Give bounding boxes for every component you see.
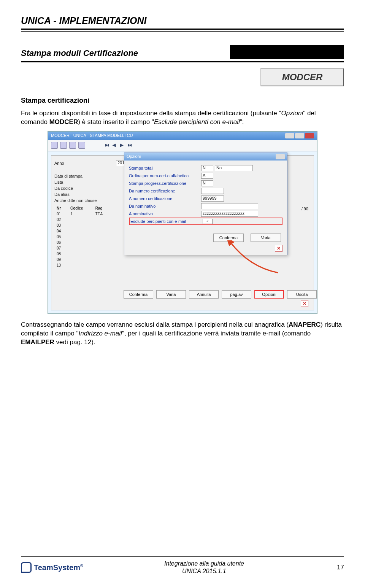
row-da-nominativo: Da nominativo xyxy=(129,202,282,210)
paragraph-1: Fra le opzioni disponibili in fase di im… xyxy=(21,109,344,127)
pagav-button[interactable]: pag.av xyxy=(222,290,251,299)
page-footer: TeamSystem® Integrazione alla guida uten… xyxy=(21,556,344,575)
label-anche-ditte: Anche ditte non chiuse xyxy=(54,198,97,203)
grid-row[interactable]: 04 xyxy=(54,229,110,234)
close-icon[interactable] xyxy=(305,133,314,138)
result-grid: Nr Codice Rag 011TEA 02 03 04 05 06 07 0… xyxy=(54,205,111,269)
checkbox-esclude-email[interactable]: < xyxy=(203,219,213,224)
row-a-numero: A numero certificazione 999999 xyxy=(129,195,282,202)
field-stampa-totali[interactable]: N xyxy=(201,165,213,171)
minimize-icon[interactable] xyxy=(285,133,294,138)
dialog-close-icon[interactable]: ✕ xyxy=(275,245,282,252)
command-box-row: MODCER xyxy=(21,68,344,86)
pager-label: / 90 xyxy=(302,207,308,211)
dialog-varia-button[interactable]: Varia xyxy=(251,234,281,242)
text-italic: Indirizzo e-mail xyxy=(79,330,122,337)
annulla-button[interactable]: Annulla xyxy=(189,290,219,299)
dialog-title: Opzioni xyxy=(127,154,141,159)
print-icon[interactable] xyxy=(60,142,67,149)
rule xyxy=(21,91,344,91)
opzioni-button[interactable]: Opzioni xyxy=(254,290,284,299)
field-a-numero[interactable]: 999999 xyxy=(201,195,224,202)
row-esclude-email: Esclude percipienti con e-mail < xyxy=(129,218,282,225)
text: ) è stato inserito il campo " xyxy=(78,118,154,126)
rule xyxy=(21,31,344,32)
paragraph-2: Contrassegnando tale campo verranno escl… xyxy=(21,321,344,347)
field-a-nominativo[interactable]: zzzzzzzzzzzzzzzzzzzz xyxy=(201,211,258,217)
toolbar-icon[interactable] xyxy=(51,142,58,149)
form-close-icon[interactable]: ✕ xyxy=(301,300,308,307)
dialog-button-bar: Conferma Varia xyxy=(213,234,281,242)
subsection-title: Stampa certificazioni xyxy=(21,97,344,105)
grid-row[interactable]: 02 xyxy=(54,217,110,222)
window-title: MODCER - UNICA - STAMPA MODELLI CU xyxy=(51,133,133,138)
label: A nominativo xyxy=(129,211,201,216)
text: ", per i quali la certificazione verrà i… xyxy=(122,330,311,337)
toolbar-icon[interactable] xyxy=(69,142,76,149)
row-ordina: Ordina per num.cert.o alfabetico A xyxy=(129,172,282,180)
text-bold: MODCER xyxy=(49,118,78,126)
window-controls xyxy=(285,133,314,138)
dialog-conferma-button[interactable]: Conferma xyxy=(213,234,244,242)
field-da-nominativo[interactable] xyxy=(201,203,258,209)
label-anno: Anno xyxy=(54,161,64,165)
grid-row[interactable]: 08 xyxy=(54,251,110,256)
nav-first-icon[interactable]: ⏮ xyxy=(105,143,110,148)
row-da-numero: Da numero certificazione xyxy=(129,187,282,195)
label: A numero certificazione xyxy=(129,196,201,201)
cell-nr: 02 xyxy=(54,217,67,222)
text-bold: EMAILPER xyxy=(21,338,54,346)
page-number: 17 xyxy=(325,564,344,571)
nav-next-icon[interactable]: ▶ xyxy=(120,143,125,148)
rule xyxy=(21,61,344,62)
rule xyxy=(21,556,344,557)
brand-name: TeamSystem® xyxy=(34,563,83,572)
uscita-button[interactable]: Uscita xyxy=(287,290,317,299)
rule xyxy=(21,29,344,30)
maximize-icon[interactable] xyxy=(295,133,304,138)
col-rag: Rag xyxy=(93,206,110,211)
document-header: UNICA - IMPLEMENTAZIONI xyxy=(21,15,344,26)
grid-row[interactable]: 03 xyxy=(54,223,110,228)
cell-nr: 03 xyxy=(54,223,67,228)
col-codice: Codice xyxy=(68,206,92,211)
varia-button[interactable]: Varia xyxy=(156,290,186,299)
grid-header: Nr Codice Rag xyxy=(54,206,110,211)
grid-row[interactable]: 06 xyxy=(54,240,110,245)
label: Stampa totali xyxy=(129,166,201,170)
label-da-alias: Da alias xyxy=(54,192,70,197)
grid-row[interactable]: 10 xyxy=(54,263,110,268)
nav-prev-icon[interactable]: ◀ xyxy=(113,143,118,148)
text: Fra le opzioni disponibili in fase di im… xyxy=(21,110,281,117)
cell-nr: 01 xyxy=(54,211,67,216)
text-bold: ANAPERC xyxy=(289,321,321,328)
grid-row[interactable]: 05 xyxy=(54,234,110,239)
footer-line1: Integrazione alla guida utente xyxy=(83,560,325,567)
cell-nr: 04 xyxy=(54,229,67,234)
grid-row[interactable]: 011TEA xyxy=(54,211,110,216)
conferma-button[interactable]: Conferma xyxy=(124,290,153,299)
field-ordina[interactable]: A xyxy=(201,173,213,179)
opzioni-dialog: Opzioni Stampa totali N No Ordina per nu… xyxy=(124,153,287,255)
field-da-numero[interactable] xyxy=(201,188,224,194)
brand-logo: TeamSystem® xyxy=(21,562,83,573)
help-icon[interactable] xyxy=(78,142,85,149)
cell-nr: 07 xyxy=(54,246,67,251)
cell-rag: TEA xyxy=(93,211,110,216)
text: Contrassegnando tale campo verranno escl… xyxy=(21,321,289,328)
cell-nr: 08 xyxy=(54,251,67,256)
label: Esclude percipienti con e-mail xyxy=(130,219,203,224)
grid-row[interactable]: 07 xyxy=(54,246,110,251)
text: vedi pag. 12). xyxy=(54,338,95,346)
rule xyxy=(21,64,344,64)
col-nr: Nr xyxy=(54,206,67,211)
logo-mark-icon xyxy=(21,562,32,573)
label: Stampa progress.certificazione xyxy=(129,181,201,186)
field-stampa-prog[interactable]: N xyxy=(201,180,213,186)
grid-row[interactable]: 09 xyxy=(54,257,110,262)
registered-icon: ® xyxy=(80,563,83,568)
nav-last-icon[interactable]: ⏭ xyxy=(128,143,133,148)
footer-center: Integrazione alla guida utente UNICA 201… xyxy=(83,560,325,575)
field-stampa-totali-desc[interactable]: No xyxy=(215,165,253,171)
close-icon[interactable] xyxy=(276,154,285,159)
